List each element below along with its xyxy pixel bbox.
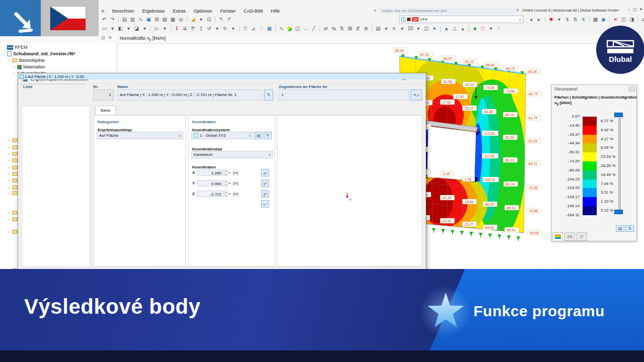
panel-tab-colorscale[interactable] bbox=[552, 232, 563, 241]
chevron-icon[interactable]: › bbox=[7, 158, 11, 163]
minimize-icon[interactable]: – bbox=[626, 7, 631, 12]
toolbar-icon[interactable]: ⇅ bbox=[338, 25, 346, 32]
menu-ergebnisse[interactable]: Ergebnisse bbox=[142, 9, 165, 14]
assigned-surface-field[interactable]: 1 bbox=[279, 89, 409, 101]
search-icon[interactable]: ≡ bbox=[516, 8, 519, 13]
toolbar-icon[interactable]: ▧ bbox=[161, 16, 169, 23]
sidebar-item-materialien[interactable]: ›Materialien bbox=[12, 64, 45, 70]
toolbar-icon[interactable]: ◫ bbox=[294, 25, 301, 32]
toolbar-icon[interactable]: ▾ bbox=[415, 25, 422, 32]
toolbar-icon[interactable]: ╱ bbox=[310, 25, 317, 32]
toolbar-icon[interactable]: ≡ bbox=[390, 25, 398, 32]
toolbar-icon[interactable]: ↯ bbox=[564, 16, 571, 23]
panel-tab-filter[interactable]: ▯ˣ bbox=[577, 232, 587, 241]
legend-slider-track[interactable] bbox=[618, 118, 621, 212]
toolbar-icon[interactable]: ◪ bbox=[133, 25, 140, 32]
toolbar-icon[interactable]: ∿ bbox=[278, 25, 285, 32]
toolbar-icon[interactable]: ⊠ bbox=[346, 25, 354, 32]
toolbar-icon[interactable]: ▴ bbox=[459, 25, 466, 32]
tree-row[interactable]: › bbox=[7, 177, 18, 184]
point-pick-button[interactable]: ↖× bbox=[261, 200, 269, 208]
toolbar-icon[interactable]: ⊿ bbox=[250, 25, 257, 32]
menu-partial[interactable]: n bbox=[102, 9, 104, 14]
toolbar-icon[interactable]: ↧ bbox=[173, 25, 181, 32]
panel-tab-factors[interactable]: ∆∆ bbox=[565, 232, 575, 241]
toolbar-icon[interactable]: ▤ bbox=[121, 16, 128, 23]
toolbar-icon[interactable]: ⇵ bbox=[354, 25, 362, 32]
assigned-pick-button[interactable]: ↖× bbox=[411, 89, 422, 101]
expand-icon[interactable]: ▸ bbox=[229, 192, 230, 196]
toolbar-icon[interactable]: ↥ bbox=[197, 25, 205, 32]
menu-fenster[interactable]: Fenster bbox=[220, 9, 236, 14]
expand-icon[interactable]: ▸ bbox=[229, 181, 230, 185]
cs-edit-button[interactable]: ✎ bbox=[264, 132, 272, 139]
toolbar-icon[interactable]: ▾ bbox=[431, 25, 438, 32]
search-input[interactable]: Geben Sie ein Schlüsselwort ein (Alt... bbox=[379, 8, 516, 14]
toolbar-icon[interactable]: ▽ bbox=[242, 25, 249, 32]
chevron-icon[interactable]: › bbox=[7, 211, 11, 215]
toolbar-icon[interactable]: ◎ bbox=[177, 16, 185, 23]
toolbar-icon[interactable]: ◌ bbox=[258, 25, 265, 32]
toolbar-icon[interactable]: ▷ bbox=[153, 25, 160, 32]
chevron-icon[interactable]: › bbox=[7, 138, 11, 143]
toolbar-icon[interactable]: ⊡ bbox=[205, 16, 213, 23]
tree-row[interactable]: › bbox=[7, 171, 18, 177]
navigator-close-icon[interactable]: ✕ bbox=[108, 35, 112, 40]
coordinate-type-dropdown[interactable]: Kartesisch∨ bbox=[191, 151, 273, 158]
toolbar-icon[interactable]: ▾ bbox=[555, 16, 563, 23]
close-icon[interactable]: ✕ bbox=[638, 7, 643, 12]
point-type-dropdown[interactable]: Auf Fläche∨ bbox=[97, 132, 183, 139]
toolbar-icon[interactable]: 10 bbox=[407, 25, 414, 32]
legend-options-button[interactable]: ▤ bbox=[616, 225, 624, 232]
chevron-icon[interactable]: › bbox=[7, 218, 11, 221]
toolbar-icon[interactable]: ◫ bbox=[620, 16, 627, 23]
chevron-icon[interactable]: › bbox=[7, 165, 11, 170]
toolbar-icon[interactable]: ◧ bbox=[117, 25, 124, 32]
toolbar-icon[interactable]: ▾ bbox=[213, 25, 221, 32]
menu-optionen[interactable]: Optionen bbox=[194, 9, 212, 14]
tree-row[interactable]: › bbox=[7, 229, 18, 235]
toolbar-icon[interactable]: ⇊ bbox=[181, 25, 189, 32]
name-edit-button[interactable]: ✎ bbox=[264, 89, 273, 101]
toolbar-icon[interactable]: ↔ bbox=[302, 25, 309, 32]
menu-hilfe[interactable]: Hilfe bbox=[271, 9, 280, 14]
navigator-float-icon[interactable]: ⊡ bbox=[101, 35, 105, 40]
toolbar-icon[interactable]: ↯ bbox=[580, 16, 587, 23]
chevron-icon[interactable]: › bbox=[2, 52, 6, 56]
toolbar-icon[interactable]: ∿ bbox=[137, 16, 144, 23]
toolbar-icon[interactable]: △ bbox=[451, 25, 458, 32]
toolbar-icon[interactable]: ⇅ bbox=[572, 16, 579, 23]
sidebar-item-rfem[interactable]: RFEM bbox=[2, 44, 28, 50]
toolbar-icon[interactable]: ◢ bbox=[189, 16, 197, 23]
toolbar-icon[interactable]: ⇈ bbox=[189, 25, 197, 32]
toolbar-icon[interactable]: ■ bbox=[471, 25, 478, 32]
toolbar-icon[interactable]: ▾ bbox=[382, 25, 390, 32]
toolbar-icon[interactable]: ▾ bbox=[109, 25, 116, 32]
toolbar-icon[interactable]: ◨ bbox=[628, 16, 635, 23]
tree-row[interactable]: › bbox=[7, 137, 18, 143]
toolbar-icon[interactable]: ✕ bbox=[612, 16, 619, 23]
sidebar-item-schubwandmitfensterrf6[interactable]: ›Schubwand_mit_Fenster.rf6* bbox=[2, 51, 75, 57]
legend-slider-handle-top[interactable] bbox=[614, 113, 623, 117]
tree-row[interactable]: › bbox=[7, 157, 18, 163]
name-field[interactable]: Auf Fläche | X : 1.290 m | Y : 0.000 m |… bbox=[117, 89, 263, 101]
chevron-icon[interactable]: › bbox=[7, 178, 11, 183]
chevron-icon[interactable]: › bbox=[7, 59, 11, 62]
coordinate-system-dropdown[interactable]: 1 - Global XYZ∨ bbox=[191, 132, 254, 139]
toolbar-icon[interactable]: ▣ bbox=[145, 16, 152, 23]
toolbar-icon[interactable]: ↰ bbox=[217, 16, 225, 23]
toolbar-icon[interactable]: □ bbox=[479, 25, 487, 32]
pick-y-button[interactable]: Y× bbox=[261, 179, 269, 187]
toolbar-icon[interactable]: ⇄ bbox=[640, 16, 644, 23]
toolbar-icon[interactable]: ⊞ bbox=[153, 16, 160, 23]
coord-input-y[interactable]: 0.000 bbox=[197, 180, 223, 187]
chevron-icon[interactable]: › bbox=[12, 65, 16, 69]
toolbar-icon[interactable]: ↶ bbox=[101, 16, 108, 23]
toolbar-icon[interactable]: ▦ bbox=[266, 25, 273, 32]
menu-extras[interactable]: Extras bbox=[173, 9, 186, 14]
sidebar-item-basisobjekte[interactable]: ›Basisobjekte bbox=[7, 57, 45, 63]
chevron-icon[interactable]: › bbox=[7, 152, 11, 156]
tree-row[interactable]: › bbox=[7, 151, 18, 157]
legend-adjust-button[interactable]: ⇅ bbox=[625, 225, 634, 232]
chevron-icon[interactable]: › bbox=[12, 71, 16, 76]
